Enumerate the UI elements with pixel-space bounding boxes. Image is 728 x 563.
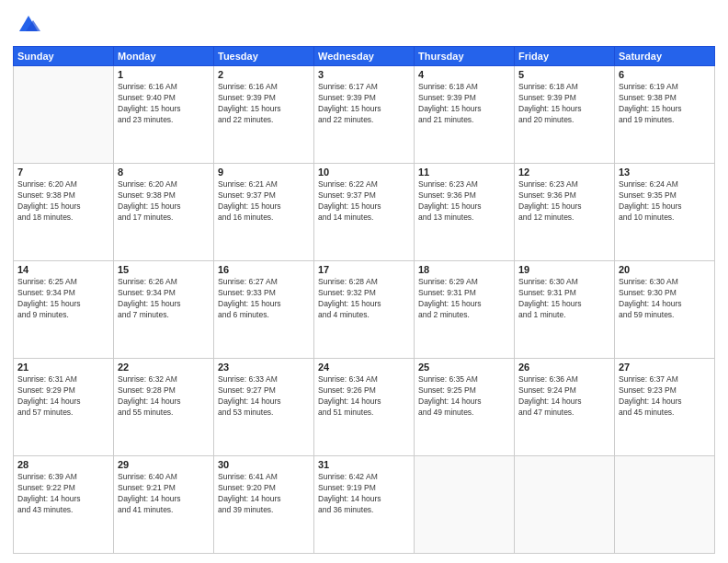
- day-info: Sunrise: 6:26 AM Sunset: 9:34 PM Dayligh…: [118, 277, 210, 321]
- day-info: Sunrise: 6:18 AM Sunset: 9:39 PM Dayligh…: [418, 82, 510, 126]
- day-number: 7: [17, 167, 109, 178]
- table-row: [615, 456, 715, 554]
- day-number: 3: [318, 69, 410, 80]
- day-info: Sunrise: 6:20 AM Sunset: 9:38 PM Dayligh…: [17, 179, 109, 224]
- table-row: [14, 66, 114, 164]
- header-monday: Monday: [114, 47, 214, 66]
- day-info: Sunrise: 6:39 AM Sunset: 9:22 PM Dayligh…: [17, 472, 109, 516]
- day-info: Sunrise: 6:16 AM Sunset: 9:39 PM Dayligh…: [218, 82, 310, 126]
- day-number: 16: [218, 264, 310, 275]
- table-row: 30Sunrise: 6:41 AM Sunset: 9:20 PM Dayli…: [214, 456, 314, 554]
- table-row: 14Sunrise: 6:25 AM Sunset: 9:34 PM Dayli…: [14, 261, 114, 359]
- day-number: 18: [418, 264, 510, 275]
- header-tuesday: Tuesday: [214, 47, 314, 66]
- day-number: 21: [17, 362, 109, 373]
- day-info: Sunrise: 6:36 AM Sunset: 9:24 PM Dayligh…: [518, 374, 610, 419]
- logo-icon: [15, 11, 42, 39]
- header: [13, 9, 715, 39]
- table-row: 29Sunrise: 6:40 AM Sunset: 9:21 PM Dayli…: [114, 456, 214, 554]
- calendar-week-row: 1Sunrise: 6:16 AM Sunset: 9:40 PM Daylig…: [14, 66, 715, 164]
- day-number: 5: [518, 69, 610, 80]
- day-info: Sunrise: 6:33 AM Sunset: 9:27 PM Dayligh…: [218, 374, 310, 419]
- table-row: 31Sunrise: 6:42 AM Sunset: 9:19 PM Dayli…: [314, 456, 415, 554]
- page: Sunday Monday Tuesday Wednesday Thursday…: [0, 0, 728, 563]
- day-info: Sunrise: 6:30 AM Sunset: 9:30 PM Dayligh…: [619, 277, 711, 321]
- day-number: 6: [619, 69, 711, 80]
- table-row: 15Sunrise: 6:26 AM Sunset: 9:34 PM Dayli…: [114, 261, 214, 359]
- table-row: 28Sunrise: 6:39 AM Sunset: 9:22 PM Dayli…: [14, 456, 114, 554]
- day-info: Sunrise: 6:23 AM Sunset: 9:36 PM Dayligh…: [418, 179, 510, 224]
- calendar-table: Sunday Monday Tuesday Wednesday Thursday…: [13, 46, 715, 554]
- day-info: Sunrise: 6:18 AM Sunset: 9:39 PM Dayligh…: [518, 82, 610, 126]
- table-row: 21Sunrise: 6:31 AM Sunset: 9:29 PM Dayli…: [14, 359, 114, 456]
- day-info: Sunrise: 6:17 AM Sunset: 9:39 PM Dayligh…: [318, 82, 410, 126]
- table-row: 6Sunrise: 6:19 AM Sunset: 9:38 PM Daylig…: [615, 66, 715, 164]
- day-info: Sunrise: 6:24 AM Sunset: 9:35 PM Dayligh…: [619, 179, 711, 224]
- header-saturday: Saturday: [615, 47, 715, 66]
- day-number: 23: [218, 362, 310, 373]
- day-info: Sunrise: 6:35 AM Sunset: 9:25 PM Dayligh…: [418, 374, 510, 419]
- table-row: 4Sunrise: 6:18 AM Sunset: 9:39 PM Daylig…: [415, 66, 515, 164]
- day-info: Sunrise: 6:28 AM Sunset: 9:32 PM Dayligh…: [318, 277, 410, 321]
- table-row: 11Sunrise: 6:23 AM Sunset: 9:36 PM Dayli…: [415, 164, 515, 261]
- day-number: 19: [518, 264, 610, 275]
- table-row: 24Sunrise: 6:34 AM Sunset: 9:26 PM Dayli…: [314, 359, 415, 456]
- table-row: 3Sunrise: 6:17 AM Sunset: 9:39 PM Daylig…: [314, 66, 415, 164]
- day-info: Sunrise: 6:20 AM Sunset: 9:38 PM Dayligh…: [118, 179, 210, 224]
- day-info: Sunrise: 6:16 AM Sunset: 9:40 PM Dayligh…: [118, 82, 210, 126]
- table-row: [415, 456, 515, 554]
- logo-area: [13, 9, 42, 39]
- day-info: Sunrise: 6:42 AM Sunset: 9:19 PM Dayligh…: [318, 472, 410, 516]
- table-row: 16Sunrise: 6:27 AM Sunset: 9:33 PM Dayli…: [214, 261, 314, 359]
- day-number: 15: [118, 264, 210, 275]
- day-info: Sunrise: 6:30 AM Sunset: 9:31 PM Dayligh…: [518, 277, 610, 321]
- table-row: 9Sunrise: 6:21 AM Sunset: 9:37 PM Daylig…: [214, 164, 314, 261]
- table-row: 17Sunrise: 6:28 AM Sunset: 9:32 PM Dayli…: [314, 261, 415, 359]
- day-info: Sunrise: 6:21 AM Sunset: 9:37 PM Dayligh…: [218, 179, 310, 224]
- calendar-week-row: 21Sunrise: 6:31 AM Sunset: 9:29 PM Dayli…: [14, 359, 715, 456]
- day-number: 11: [418, 167, 510, 178]
- day-info: Sunrise: 6:41 AM Sunset: 9:20 PM Dayligh…: [218, 472, 310, 516]
- calendar-week-row: 14Sunrise: 6:25 AM Sunset: 9:34 PM Dayli…: [14, 261, 715, 359]
- table-row: 18Sunrise: 6:29 AM Sunset: 9:31 PM Dayli…: [415, 261, 515, 359]
- day-number: 22: [118, 362, 210, 373]
- table-row: 25Sunrise: 6:35 AM Sunset: 9:25 PM Dayli…: [415, 359, 515, 456]
- day-number: 30: [218, 459, 310, 470]
- header-thursday: Thursday: [415, 47, 515, 66]
- header-wednesday: Wednesday: [314, 47, 415, 66]
- table-row: 20Sunrise: 6:30 AM Sunset: 9:30 PM Dayli…: [615, 261, 715, 359]
- weekday-header-row: Sunday Monday Tuesday Wednesday Thursday…: [14, 47, 715, 66]
- day-info: Sunrise: 6:37 AM Sunset: 9:23 PM Dayligh…: [619, 374, 711, 419]
- day-number: 1: [118, 69, 210, 80]
- table-row: 1Sunrise: 6:16 AM Sunset: 9:40 PM Daylig…: [114, 66, 214, 164]
- day-info: Sunrise: 6:23 AM Sunset: 9:36 PM Dayligh…: [518, 179, 610, 224]
- table-row: [515, 456, 615, 554]
- day-info: Sunrise: 6:40 AM Sunset: 9:21 PM Dayligh…: [118, 472, 210, 516]
- table-row: 12Sunrise: 6:23 AM Sunset: 9:36 PM Dayli…: [515, 164, 615, 261]
- day-number: 14: [17, 264, 109, 275]
- header-sunday: Sunday: [14, 47, 114, 66]
- day-number: 10: [318, 167, 410, 178]
- day-number: 25: [418, 362, 510, 373]
- table-row: 2Sunrise: 6:16 AM Sunset: 9:39 PM Daylig…: [214, 66, 314, 164]
- table-row: 27Sunrise: 6:37 AM Sunset: 9:23 PM Dayli…: [615, 359, 715, 456]
- day-number: 13: [619, 167, 711, 178]
- day-number: 20: [619, 264, 711, 275]
- day-number: 29: [118, 459, 210, 470]
- table-row: 19Sunrise: 6:30 AM Sunset: 9:31 PM Dayli…: [515, 261, 615, 359]
- table-row: 13Sunrise: 6:24 AM Sunset: 9:35 PM Dayli…: [615, 164, 715, 261]
- day-info: Sunrise: 6:27 AM Sunset: 9:33 PM Dayligh…: [218, 277, 310, 321]
- day-info: Sunrise: 6:19 AM Sunset: 9:38 PM Dayligh…: [619, 82, 711, 126]
- table-row: 22Sunrise: 6:32 AM Sunset: 9:28 PM Dayli…: [114, 359, 214, 456]
- day-number: 26: [518, 362, 610, 373]
- day-info: Sunrise: 6:25 AM Sunset: 9:34 PM Dayligh…: [17, 277, 109, 321]
- day-info: Sunrise: 6:31 AM Sunset: 9:29 PM Dayligh…: [17, 374, 109, 419]
- day-number: 28: [17, 459, 109, 470]
- day-number: 2: [218, 69, 310, 80]
- day-number: 4: [418, 69, 510, 80]
- day-info: Sunrise: 6:34 AM Sunset: 9:26 PM Dayligh…: [318, 374, 410, 419]
- table-row: 26Sunrise: 6:36 AM Sunset: 9:24 PM Dayli…: [515, 359, 615, 456]
- day-number: 27: [619, 362, 711, 373]
- calendar-week-row: 28Sunrise: 6:39 AM Sunset: 9:22 PM Dayli…: [14, 456, 715, 554]
- day-number: 24: [318, 362, 410, 373]
